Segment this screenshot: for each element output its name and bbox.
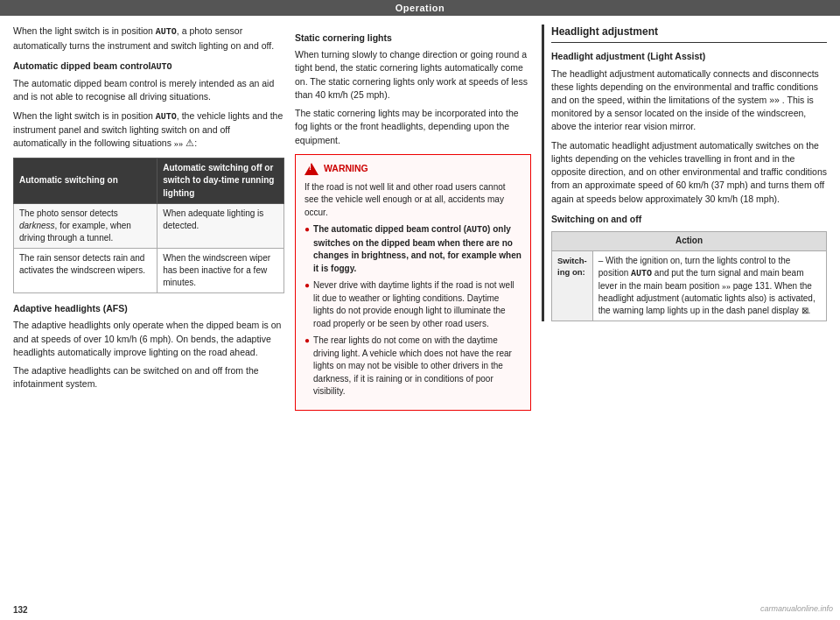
- ha-p1: The headlight adjustment automatically c…: [551, 67, 827, 134]
- action-table-row: Switch-ing on: – With the ignition on, t…: [552, 250, 827, 321]
- auto-dipped-p1: The automatic dipped beam control is mer…: [13, 77, 284, 103]
- top-bar: Operation: [0, 0, 840, 16]
- top-bar-label: Operation: [396, 3, 444, 13]
- warning-triangle-icon: [304, 163, 318, 175]
- left-column: When the light switch is in position AUT…: [13, 25, 284, 593]
- warning-box: WARNING If the road is not well lit and …: [295, 154, 531, 411]
- bullet-dot-icon: ●: [304, 223, 310, 275]
- warning-header: WARNING: [304, 162, 522, 176]
- page-number: 132: [0, 602, 840, 620]
- auto-dipped-p2: When the light switch is in position AUT…: [13, 109, 284, 151]
- cornering-p1: When turning slowly to change direction …: [295, 48, 531, 102]
- table-col1-header: Automatic switching on: [14, 158, 158, 204]
- table-cell-r1c1: The photo sensor detects darkness, for e…: [14, 204, 158, 249]
- bullet-dot-2-icon: ●: [304, 279, 310, 330]
- warning-bullet-2: ● Never drive with daytime lights if the…: [304, 279, 522, 330]
- right-column: Headlight adjustment Headlight adjustmen…: [542, 25, 827, 593]
- table-cell-r2c2: When the windscreen wiper has been inact…: [158, 249, 284, 293]
- watermark: carmanualonline.info: [760, 604, 833, 613]
- action-col-header: Action: [552, 232, 827, 251]
- ha-box-title: Headlight adjustment: [551, 25, 827, 43]
- ha-p2: The automatic headlight adjustment autom…: [551, 139, 827, 206]
- warning-label: WARNING: [324, 162, 368, 176]
- mid-column: Static cornering lights When turning slo…: [295, 25, 531, 593]
- ha-section1-title: Headlight adjustment (Light Assist): [551, 50, 827, 63]
- table-cell-r2c1: The rain sensor detects rain and activat…: [14, 249, 158, 293]
- warning-bullet-2-text: Never drive with daytime lights if the r…: [313, 279, 522, 330]
- warning-bullet-1: ● The automatic dipped beam control (AUT…: [304, 223, 522, 275]
- left-intro: When the light switch is in position AUT…: [13, 25, 284, 53]
- action-label: Switch-ing on:: [552, 250, 593, 321]
- warning-main-text: If the road is not well lit and other ro…: [304, 181, 522, 220]
- warning-bullet-3: ● The rear lights do not come on with th…: [304, 335, 522, 398]
- bullet-dot-3-icon: ●: [304, 335, 310, 398]
- warning-bullet-1-text: The automatic dipped beam control (AUTO)…: [313, 223, 522, 275]
- page-wrapper: Operation When the light switch is in po…: [0, 0, 840, 620]
- afs-p2: The adaptive headlights can be switched …: [13, 364, 284, 391]
- section-auto-dipped-title: Automatic dipped beam controlAUTO: [13, 60, 284, 74]
- table-col2-header: Automatic switching off or switch to day…: [158, 158, 284, 204]
- afs-p1: The adaptive headlights only operate whe…: [13, 319, 284, 359]
- cornering-p2: The static cornering lights may be incor…: [295, 107, 531, 147]
- table-cell-r1c2: When adequate lighting is detected.: [158, 204, 284, 249]
- static-cornering-title: Static cornering lights: [295, 32, 531, 45]
- headlight-adjustment-box: Headlight adjustment Headlight adjustmen…: [542, 25, 827, 321]
- section-afs-title: Adaptive headlights (AFS): [13, 302, 284, 315]
- content-area: When the light switch is in position AUT…: [0, 16, 840, 602]
- action-table: Action Switch-ing on: – With the ignitio…: [551, 231, 827, 321]
- action-text: – With the ignition on, turn the lights …: [592, 250, 826, 321]
- switching-on-off-title: Switching on and off: [551, 213, 827, 226]
- table-row: The rain sensor detects rain and activat…: [14, 249, 284, 293]
- switching-table: Automatic switching on Automatic switchi…: [13, 158, 284, 294]
- table-row: The photo sensor detects darkness, for e…: [14, 204, 284, 249]
- warning-bullet-3-text: The rear lights do not come on with the …: [313, 335, 522, 398]
